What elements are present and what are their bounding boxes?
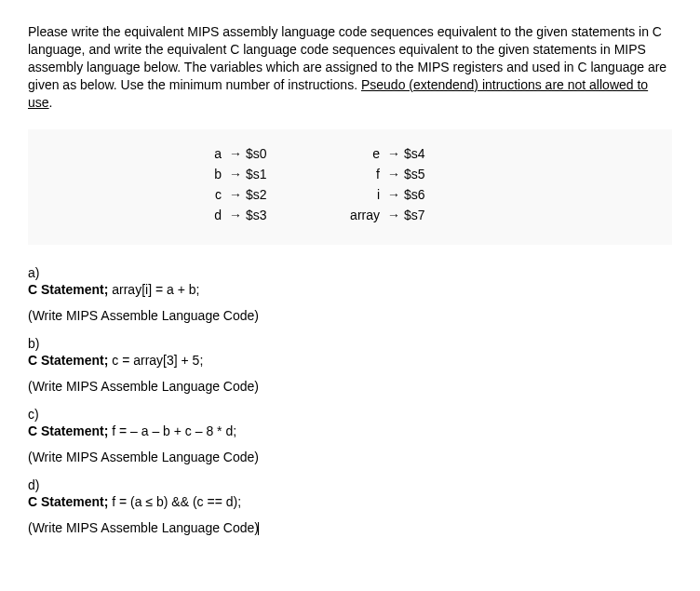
var-name: b [192,167,229,181]
var-name: i [350,187,387,202]
var-name: a [192,146,229,161]
c-statement-line: C Statement; f = – a – b + c – 8 * d; [28,423,672,438]
register-mapping-box: a → $s0 e → $s4 b → $s1 f → $s5 c → $s2 … [28,129,672,245]
mapping-cell: d → $s3 [192,208,350,222]
arrow-icon: → [229,187,242,202]
mapping-row: c → $s2 i → $s6 [28,187,672,202]
mapping-cell: array → $s7 [350,208,508,222]
problem-b: b) C Statement; c = array[3] + 5; (Write… [28,336,672,394]
arrow-icon: → [387,146,400,161]
problem-a: a) C Statement; array[i] = a + b; (Write… [28,265,672,323]
intro-period: . [49,95,53,110]
mapping-cell: b → $s1 [192,167,350,181]
reg-name: $s3 [246,208,267,222]
intro-paragraph: Please write the equivalent MIPS assembl… [28,23,672,111]
reg-name: $s0 [246,146,267,161]
mapping-row: a → $s0 e → $s4 [28,146,672,161]
var-name: array [350,208,387,222]
write-text: (Write MIPS Assemble Language Code) [28,520,259,535]
problem-d: d) C Statement; f = (a ≤ b) && (c == d);… [28,477,672,535]
problem-label: d) [28,477,672,492]
write-instruction: (Write MIPS Assemble Language Code) [28,450,672,464]
reg-name: $s1 [246,167,267,181]
reg-name: $s7 [404,208,425,222]
arrow-icon: → [229,208,242,222]
statement-code: c = array[3] + 5; [108,353,203,368]
reg-name: $s5 [404,167,425,181]
statement-code: f = (a ≤ b) && (c == d); [108,494,241,509]
statement-code: f = – a – b + c – 8 * d; [108,423,236,438]
var-name: e [350,146,387,161]
write-instruction: (Write MIPS Assemble Language Code) [28,308,672,323]
problem-label: b) [28,336,672,351]
statement-prefix: C Statement; [28,423,108,438]
c-statement-line: C Statement; f = (a ≤ b) && (c == d); [28,494,672,509]
statement-prefix: C Statement; [28,494,108,509]
problem-c: c) C Statement; f = – a – b + c – 8 * d;… [28,407,672,464]
var-name: d [192,208,229,222]
var-name: f [350,167,387,181]
mapping-cell: e → $s4 [350,146,508,161]
var-name: c [192,187,229,202]
mapping-row: b → $s1 f → $s5 [28,167,672,181]
mapping-row: d → $s3 array → $s7 [28,208,672,222]
problem-label: a) [28,265,672,280]
write-instruction: (Write MIPS Assemble Language Code) [28,379,672,394]
problem-label: c) [28,407,672,422]
mapping-cell: f → $s5 [350,167,508,181]
reg-name: $s2 [246,187,267,202]
arrow-icon: → [229,167,242,181]
c-statement-line: C Statement; array[i] = a + b; [28,282,672,297]
mapping-cell: i → $s6 [350,187,508,202]
arrow-icon: → [229,146,242,161]
reg-name: $s4 [404,146,425,161]
reg-name: $s6 [404,187,425,202]
text-cursor-icon [258,522,259,535]
write-instruction: (Write MIPS Assemble Language Code) [28,520,672,535]
c-statement-line: C Statement; c = array[3] + 5; [28,353,672,368]
arrow-icon: → [387,187,400,202]
mapping-cell: a → $s0 [192,146,350,161]
statement-prefix: C Statement; [28,353,108,368]
statement-code: array[i] = a + b; [108,282,199,297]
mapping-cell: c → $s2 [192,187,350,202]
statement-prefix: C Statement; [28,282,108,297]
arrow-icon: → [387,167,400,181]
arrow-icon: → [387,208,400,222]
